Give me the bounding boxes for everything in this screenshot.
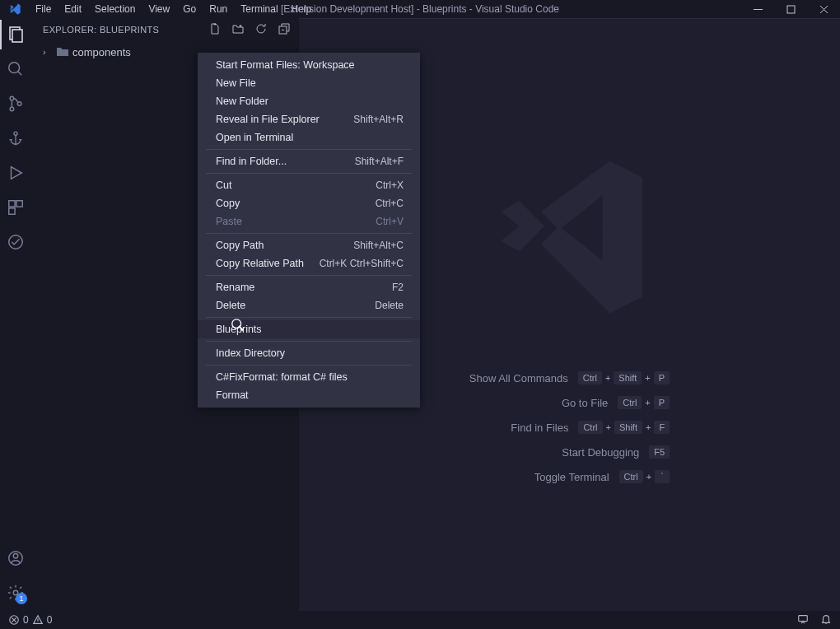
activity-run-debug[interactable] [6, 163, 26, 183]
key: F5 [649, 445, 670, 459]
activity-explorer[interactable] [6, 25, 26, 44]
menu-go[interactable]: Go [176, 2, 203, 16]
settings-badge: 1 [16, 593, 27, 604]
welcome-row: Go to File Ctrl+P [469, 396, 670, 409]
minimize-button[interactable] [741, 0, 774, 18]
ctx-label: Format [216, 389, 249, 401]
ctx-label: Start Format Files: Workspace [216, 59, 355, 71]
svg-rect-9 [9, 201, 15, 207]
menu-terminal[interactable]: Terminal [234, 2, 284, 16]
ctx-shortcut: Shift+Alt+C [353, 240, 404, 251]
welcome-label: Toggle Terminal [534, 471, 609, 483]
welcome-label: Show All Commands [469, 372, 568, 384]
welcome-row: Start Debugging F5 [469, 445, 670, 459]
key: F [654, 421, 670, 434]
context-menu-item[interactable]: DeleteDelete [198, 296, 420, 314]
ctx-shortcut: Ctrl+C [376, 198, 404, 209]
sidebar-header: EXPLORER: BLUEPRINTS [31, 18, 299, 41]
window-title: [Extension Development Host] - Blueprint… [281, 3, 559, 15]
context-menu-separator [206, 341, 412, 342]
ctx-label: New File [216, 77, 256, 89]
context-menu-item[interactable]: Start Format Files: Workspace [198, 56, 420, 74]
context-menu-item[interactable]: CopyCtrl+C [198, 194, 420, 212]
ctx-shortcut: Ctrl+K Ctrl+Shift+C [320, 258, 404, 269]
ctx-label: Copy Path [216, 240, 264, 251]
folder-icon [56, 45, 69, 58]
welcome-row: Show All Commands Ctrl+Shift+P [469, 371, 670, 384]
new-file-icon[interactable] [208, 22, 222, 38]
ctx-shortcut: Shift+Alt+F [355, 156, 404, 167]
activity-search[interactable] [6, 59, 26, 79]
activity-anchor[interactable] [6, 128, 26, 148]
key: Ctrl [619, 470, 643, 483]
status-feedback-icon[interactable] [797, 613, 809, 627]
ctx-label: Rename [216, 282, 254, 293]
svg-point-5 [10, 96, 14, 100]
key: Shift [614, 371, 642, 384]
sidebar-actions [208, 22, 291, 38]
activity-extensions[interactable] [6, 198, 26, 217]
ctx-shortcut: F2 [392, 282, 404, 293]
ctx-label: Copy Relative Path [216, 258, 304, 269]
menu-file[interactable]: File [29, 2, 58, 16]
ctx-shortcut: Delete [375, 300, 404, 311]
svg-rect-0 [754, 9, 763, 10]
context-menu-item[interactable]: Copy PathShift+Alt+C [198, 236, 420, 254]
context-menu-item[interactable]: New Folder [198, 92, 420, 110]
status-bell-icon[interactable] [820, 613, 832, 627]
main: 1 EXPLORER: BLUEPRINTS › components [0, 18, 840, 611]
activity-source-control[interactable] [6, 94, 26, 114]
ctx-label: Cut [216, 179, 231, 191]
activity-account[interactable] [6, 548, 26, 568]
status-errors: 0 [23, 614, 29, 626]
svg-point-14 [13, 554, 18, 559]
menu-view[interactable]: View [142, 2, 176, 16]
activity-settings[interactable]: 1 [6, 583, 26, 603]
context-menu: Start Format Files: WorkspaceNew FileNew… [198, 53, 420, 408]
menu-selection[interactable]: Selection [88, 2, 142, 16]
ctx-label: Delete [216, 300, 245, 311]
svg-rect-3 [12, 30, 22, 42]
ctx-label: Paste [216, 216, 242, 227]
key: ` [655, 470, 670, 483]
welcome-shortcuts: Show All Commands Ctrl+Shift+P Go to Fil… [469, 371, 670, 483]
ctx-label: C#FixFormat: format C# files [216, 371, 348, 383]
ctx-label: Index Directory [216, 347, 285, 359]
refresh-icon[interactable] [254, 22, 268, 38]
context-menu-item[interactable]: Copy Relative PathCtrl+K Ctrl+Shift+C [198, 254, 420, 273]
chevron-right-icon: › [43, 47, 53, 57]
maximize-button[interactable] [774, 0, 807, 18]
welcome-label: Start Debugging [562, 446, 639, 459]
context-menu-separator [206, 275, 412, 276]
ctx-label: New Folder [216, 96, 268, 107]
context-menu-item[interactable]: C#FixFormat: format C# files [198, 368, 420, 386]
context-menu-item[interactable]: Format [198, 386, 420, 404]
context-menu-item[interactable]: RenameF2 [198, 278, 420, 296]
ctx-label: Copy [216, 198, 240, 209]
tree-label: components [72, 46, 131, 58]
svg-point-6 [10, 107, 14, 111]
collapse-all-icon[interactable] [278, 22, 291, 38]
close-button[interactable] [807, 0, 840, 18]
context-menu-item[interactable]: New File [198, 74, 420, 92]
ctx-shortcut: Shift+Alt+R [353, 114, 404, 125]
context-menu-separator [206, 149, 412, 150]
status-bar: 0 0 [0, 611, 840, 629]
new-folder-icon[interactable] [231, 22, 245, 38]
menu-edit[interactable]: Edit [58, 2, 88, 16]
context-menu-item[interactable]: Blueprints [198, 320, 420, 338]
context-menu-item[interactable]: Reveal in File ExplorerShift+Alt+R [198, 110, 420, 128]
context-menu-separator [206, 233, 412, 234]
svg-point-7 [17, 102, 21, 106]
ctx-label: Reveal in File Explorer [216, 114, 320, 125]
menu-run[interactable]: Run [203, 2, 234, 16]
context-menu-item[interactable]: CutCtrl+X [198, 176, 420, 194]
sidebar-title: EXPLORER: BLUEPRINTS [43, 25, 159, 35]
status-warnings: 0 [47, 614, 53, 626]
status-problems[interactable]: 0 0 [8, 614, 52, 626]
ctx-shortcut: Ctrl+V [376, 216, 404, 227]
activity-remote[interactable] [6, 232, 26, 252]
context-menu-item[interactable]: Open in Terminal [198, 128, 420, 147]
context-menu-item[interactable]: Index Directory [198, 344, 420, 362]
context-menu-item[interactable]: Find in Folder...Shift+Alt+F [198, 152, 420, 170]
